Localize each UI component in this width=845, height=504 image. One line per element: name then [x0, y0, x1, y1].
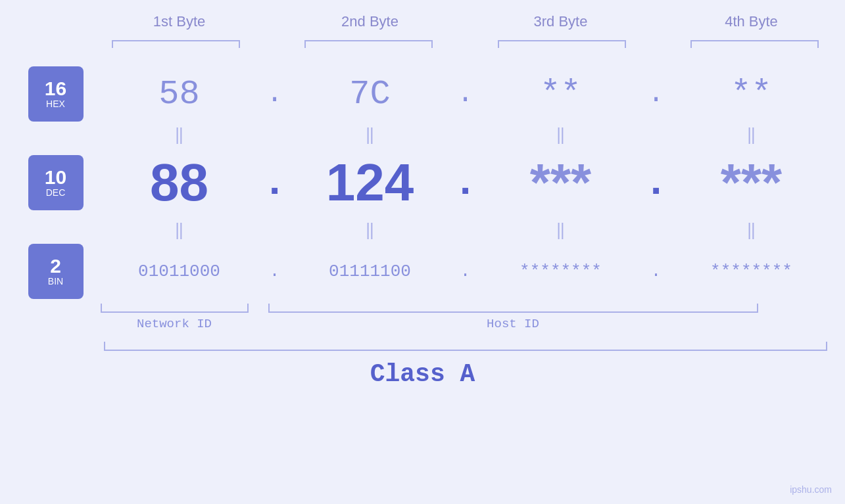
hex-byte-3: ** — [489, 75, 633, 114]
eq-2-byte-1: ‖ — [107, 221, 252, 240]
bin-badge: 2 BIN — [28, 244, 84, 299]
bin-dot-3: . — [646, 262, 666, 281]
eq-2-byte-4: ‖ — [679, 221, 824, 240]
dec-dot-3: . — [646, 160, 666, 206]
hex-byte-1: 58 — [107, 75, 252, 114]
network-id-label: Network ID — [137, 317, 212, 331]
dec-dot-1: . — [265, 160, 285, 206]
bin-byte-3: ******** — [489, 262, 633, 281]
eq-1-byte-2: ‖ — [298, 126, 443, 145]
dec-badge: 10 DEC — [28, 155, 84, 210]
bin-badge-number: 2 — [50, 256, 61, 276]
byte-bracket-1 — [112, 40, 240, 48]
class-label: Class A — [370, 360, 475, 388]
bin-byte-1: 01011000 — [107, 262, 252, 281]
eq-1-byte-4: ‖ — [679, 126, 824, 145]
eq-1-byte-1: ‖ — [107, 126, 252, 145]
network-id-bracket — [101, 304, 249, 313]
dec-badge-number: 10 — [45, 168, 66, 187]
bin-dot-1: . — [265, 262, 285, 281]
dec-dot-2: . — [456, 160, 475, 206]
hex-badge: 16 HEX — [28, 66, 84, 122]
class-row: Class A — [9, 360, 837, 388]
dec-byte-4: *** — [679, 152, 824, 213]
overall-bracket — [104, 342, 827, 351]
hex-badge-number: 16 — [45, 79, 66, 99]
hex-byte-4: ** — [679, 75, 824, 114]
bin-byte-4: ******** — [679, 262, 824, 281]
hex-badge-label: HEX — [46, 99, 65, 110]
hex-dot-1: . — [265, 78, 285, 110]
dec-byte-1: 88 — [107, 152, 252, 213]
host-id-bracket — [268, 304, 758, 313]
byte-header-2: 2nd Byte — [298, 13, 443, 30]
eq-1-byte-3: ‖ — [489, 126, 633, 145]
byte-bracket-3 — [498, 40, 626, 48]
bin-byte-2: 01111100 — [298, 262, 443, 281]
dec-badge-label: DEC — [46, 187, 66, 198]
eq-2-byte-2: ‖ — [298, 221, 443, 240]
host-id-label: Host ID — [487, 317, 539, 331]
bin-badge-label: BIN — [48, 276, 63, 287]
byte-header-4: 4th Byte — [679, 13, 824, 30]
dec-byte-2: 124 — [298, 152, 443, 213]
byte-header-3: 3rd Byte — [489, 13, 633, 30]
hex-dot-2: . — [456, 78, 475, 110]
byte-bracket-4 — [690, 40, 819, 48]
dec-byte-3: *** — [489, 152, 633, 213]
byte-bracket-2 — [304, 40, 433, 48]
hex-byte-2: 7C — [298, 75, 443, 114]
hex-dot-3: . — [646, 78, 666, 110]
bin-dot-2: . — [456, 262, 475, 281]
eq-2-byte-3: ‖ — [489, 221, 633, 240]
watermark: ipshu.com — [790, 484, 832, 495]
byte-header-1: 1st Byte — [107, 13, 252, 30]
